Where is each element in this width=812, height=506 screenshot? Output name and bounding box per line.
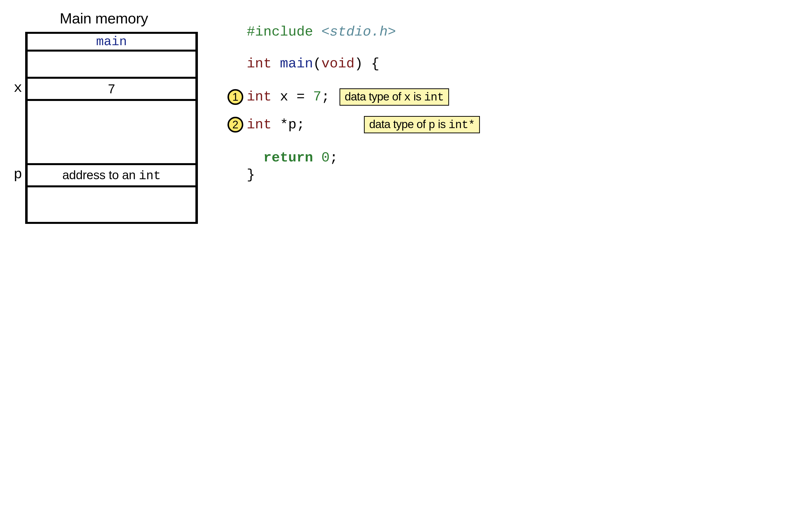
code-line-decl-x: 1int x = 7; data type of x is int	[227, 88, 480, 106]
label-spacer	[10, 32, 22, 50]
code-line-return: return 0;	[227, 151, 480, 165]
memory-row-labels: x p	[10, 32, 22, 220]
memory-cell-p: address to an int	[28, 165, 195, 187]
memory-title: Main memory	[60, 10, 148, 27]
diagram-root: Main memory x p main 7 addres	[10, 10, 802, 224]
code-column: #include <stdio.h> int main(void) { 1int…	[227, 25, 480, 192]
code-line-include: #include <stdio.h>	[227, 25, 480, 39]
memory-box: main 7 address to an int	[25, 32, 198, 224]
label-spacer	[10, 185, 22, 220]
memory-column: Main memory x p main 7 addres	[10, 10, 198, 224]
memory-cell-func: main	[28, 34, 195, 52]
memory-cell-bottom	[28, 187, 195, 222]
code-line-main-sig: int main(void) {	[227, 57, 480, 71]
label-p: p	[10, 163, 22, 185]
memory-p-value: address to an int	[63, 168, 161, 183]
code-line-decl-p: 2int *p; data type of p is int*	[227, 116, 480, 133]
memory-x-value: 7	[108, 81, 115, 96]
memory-cell-gap	[28, 101, 195, 165]
memory-cell-x: 7	[28, 79, 195, 101]
label-spacer	[10, 99, 22, 163]
memory-wrap: x p main 7 address to an int	[10, 32, 198, 224]
label-spacer	[10, 50, 22, 77]
annotation-p: data type of p is int*	[364, 116, 480, 133]
step-marker-1: 1	[227, 89, 243, 105]
label-x: x	[10, 77, 22, 99]
step-marker-2: 2	[227, 117, 243, 133]
memory-cell-empty	[28, 52, 195, 79]
annotation-x: data type of x is int	[339, 88, 449, 106]
code-line-rbrace: }	[227, 168, 480, 182]
memory-func-label: main	[96, 34, 127, 49]
